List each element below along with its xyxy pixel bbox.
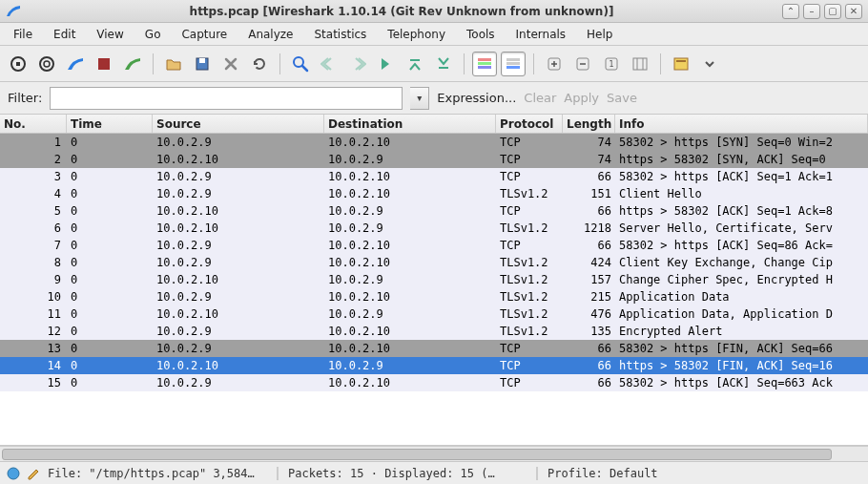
col-no[interactable]: No. — [0, 115, 67, 133]
table-row[interactable]: 2010.0.2.1010.0.2.9TCP74https > 58302 [S… — [0, 151, 868, 168]
cell-proto: TCP — [496, 203, 563, 219]
table-row[interactable]: 1010.0.2.910.0.2.10TCP7458302 > https [S… — [0, 134, 868, 151]
zoom-out-icon[interactable] — [570, 52, 595, 76]
menu-statistics[interactable]: Statistics — [304, 26, 376, 43]
table-row[interactable]: 10010.0.2.910.0.2.10TLSv1.2215Applicatio… — [0, 288, 868, 305]
options-icon[interactable] — [34, 52, 59, 76]
col-time[interactable]: Time — [67, 115, 153, 133]
svg-rect-12 — [506, 62, 520, 65]
stop-capture-icon[interactable] — [92, 52, 116, 76]
restart-capture-icon[interactable] — [120, 52, 145, 76]
go-first-icon[interactable] — [403, 52, 427, 76]
menu-analyze[interactable]: Analyze — [238, 26, 302, 43]
menu-capture[interactable]: Capture — [172, 26, 237, 43]
col-info[interactable]: Info — [615, 115, 868, 133]
start-capture-icon[interactable] — [63, 52, 88, 76]
cell-len: 424 — [563, 255, 615, 270]
cell-dst: 10.0.2.9 — [324, 221, 496, 236]
cell-len: 135 — [563, 324, 615, 339]
cell-len: 66 — [563, 358, 615, 373]
menu-edit[interactable]: Edit — [44, 26, 85, 43]
menu-view[interactable]: View — [87, 26, 133, 43]
table-row[interactable]: 8010.0.2.910.0.2.10TLSv1.2424Client Key … — [0, 254, 868, 271]
colorize-toggle-icon[interactable] — [472, 52, 497, 76]
open-file-icon[interactable] — [161, 52, 186, 76]
menu-help[interactable]: Help — [577, 26, 622, 43]
go-back-icon[interactable] — [317, 52, 341, 76]
zoom-reset-icon[interactable]: 1 — [599, 52, 624, 76]
cell-src: 10.0.2.10 — [153, 152, 324, 167]
window-maximize-button[interactable]: ▢ — [824, 4, 841, 19]
table-row[interactable]: 12010.0.2.910.0.2.10TLSv1.2135Encrypted … — [0, 323, 868, 340]
cell-no: 8 — [0, 255, 67, 270]
filter-input[interactable] — [51, 88, 402, 109]
window-minimize-button[interactable]: – — [803, 4, 820, 19]
filter-apply-button[interactable]: Apply — [564, 91, 599, 105]
horizontal-scrollbar[interactable] — [0, 446, 868, 461]
zoom-in-icon[interactable] — [542, 52, 567, 76]
menu-file[interactable]: File — [4, 26, 42, 43]
menu-go[interactable]: Go — [135, 26, 171, 43]
window-roll-button[interactable]: ⌃ — [782, 4, 799, 19]
close-file-icon[interactable] — [218, 52, 243, 76]
save-file-icon[interactable] — [190, 52, 215, 76]
edit-capture-comment-icon[interactable] — [27, 466, 42, 481]
filter-clear-button[interactable]: Clear — [524, 91, 556, 105]
cell-time: 0 — [67, 306, 153, 322]
cell-len: 157 — [563, 272, 615, 287]
cell-src: 10.0.2.9 — [153, 375, 324, 390]
col-dest[interactable]: Destination — [324, 115, 496, 133]
cell-src: 10.0.2.10 — [153, 272, 324, 287]
find-icon[interactable] — [288, 52, 313, 76]
capture-filters-icon[interactable] — [669, 52, 693, 76]
autoscroll-toggle-icon[interactable] — [501, 52, 526, 76]
cell-dst: 10.0.2.10 — [324, 289, 496, 305]
table-row[interactable]: 5010.0.2.1010.0.2.9TCP66https > 58302 [A… — [0, 202, 868, 220]
reload-icon[interactable] — [247, 52, 272, 76]
menu-internals[interactable]: Internals — [506, 26, 576, 43]
table-row[interactable]: 3010.0.2.910.0.2.10TCP6658302 > https [A… — [0, 168, 868, 185]
filter-dropdown-icon[interactable]: ▾ — [410, 87, 429, 110]
filter-expression-button[interactable]: Expression... — [437, 91, 516, 105]
col-protocol[interactable]: Protocol — [496, 115, 563, 133]
resize-columns-icon[interactable] — [628, 52, 652, 76]
expert-info-icon[interactable] — [6, 466, 21, 481]
cell-dst: 10.0.2.10 — [324, 135, 496, 150]
window-close-button[interactable]: ✕ — [845, 4, 862, 19]
cell-info: Client Hello — [615, 186, 868, 201]
cell-src: 10.0.2.9 — [153, 289, 324, 305]
cell-time: 0 — [67, 169, 153, 184]
filter-save-button[interactable]: Save — [607, 91, 637, 105]
table-row[interactable]: 11010.0.2.1010.0.2.9TLSv1.2476Applicatio… — [0, 305, 868, 323]
table-row[interactable]: 15010.0.2.910.0.2.10TCP6658302 > https [… — [0, 374, 868, 391]
cell-info: 58302 > https [ACK] Seq=86 Ack= — [615, 238, 868, 253]
col-source[interactable]: Source — [153, 115, 324, 133]
go-last-icon[interactable] — [431, 52, 456, 76]
scrollbar-thumb[interactable] — [2, 449, 832, 460]
toolbar-overflow-icon[interactable] — [697, 52, 722, 76]
svg-rect-19 — [674, 58, 688, 70]
table-row[interactable]: 14010.0.2.1010.0.2.9TCP66https > 58302 [… — [0, 357, 868, 374]
svg-point-2 — [40, 57, 53, 71]
cell-src: 10.0.2.9 — [153, 255, 324, 270]
packet-list-body[interactable]: 1010.0.2.910.0.2.10TCP7458302 > https [S… — [0, 134, 868, 445]
cell-no: 4 — [0, 186, 67, 201]
menu-tools[interactable]: Tools — [457, 26, 505, 43]
col-length[interactable]: Length — [563, 115, 615, 133]
table-row[interactable]: 9010.0.2.1010.0.2.9TLSv1.2157Change Ciph… — [0, 271, 868, 288]
table-row[interactable]: 6010.0.2.1010.0.2.9TLSv1.21218Server Hel… — [0, 220, 868, 237]
table-row[interactable]: 4010.0.2.910.0.2.10TLSv1.2151Client Hell… — [0, 185, 868, 202]
separator — [464, 53, 465, 74]
go-to-packet-icon[interactable] — [374, 52, 399, 76]
cell-len: 66 — [563, 169, 615, 184]
cell-info: 58302 > https [ACK] Seq=663 Ack — [615, 375, 868, 390]
cell-time: 0 — [67, 358, 153, 373]
svg-text:1: 1 — [609, 60, 613, 69]
table-row[interactable]: 7010.0.2.910.0.2.10TCP6658302 > https [A… — [0, 237, 868, 254]
cell-src: 10.0.2.9 — [153, 341, 324, 356]
go-forward-icon[interactable] — [345, 52, 370, 76]
cell-dst: 10.0.2.10 — [324, 375, 496, 390]
interfaces-icon[interactable] — [6, 52, 31, 76]
table-row[interactable]: 13010.0.2.910.0.2.10TCP6658302 > https [… — [0, 340, 868, 357]
menu-telephony[interactable]: Telephony — [378, 26, 455, 43]
